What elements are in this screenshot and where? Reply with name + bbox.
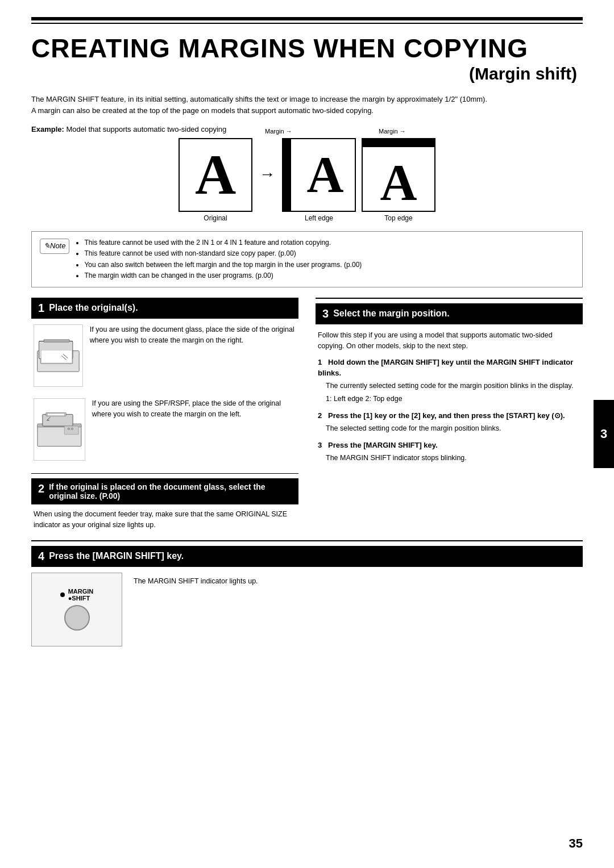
step3-number: 3 — [322, 307, 329, 320]
note-list: This feature cannot be used with the 2 I… — [75, 237, 362, 281]
sub-step3-body: The MARGIN SHIFT indicator stops blinkin… — [326, 453, 580, 464]
intro-text: The MARGIN SHIFT feature, in its initial… — [31, 94, 583, 118]
note-content: This feature cannot be used with the 2 I… — [75, 237, 362, 281]
svg-point-15 — [68, 428, 70, 430]
top-border-thick — [31, 17, 583, 20]
sub-step1-body2: 1: Left edge 2: Top edge — [326, 394, 580, 404]
letter-a-original: A — [195, 147, 236, 203]
button-labels: MARGIN ●SHIFT — [68, 588, 94, 602]
step3-intro: Follow this step if you are using a mode… — [318, 330, 580, 352]
copier-image-2 — [34, 398, 85, 461]
sub-step1-title: Hold down the [MARGIN SHIFT] key until t… — [318, 358, 573, 378]
step2-number: 2 — [38, 482, 44, 495]
sub-step2-title: Press the [1] key or the [2] key, and th… — [328, 411, 565, 420]
letter-a-left: A — [302, 149, 344, 201]
diagram-section: A Original → Margin → A Left edge Margin… — [31, 138, 583, 222]
svg-point-16 — [71, 428, 73, 430]
step3-content: Follow this step if you are using a mode… — [316, 330, 583, 464]
sub-step1-header: 1 Hold down the [MARGIN SHIFT] key until… — [318, 357, 580, 379]
left-edge-label: Left edge — [305, 214, 333, 222]
note-item-1: This feature cannot be used with the 2 I… — [84, 237, 362, 248]
step4-number: 4 — [38, 550, 44, 563]
note-item-2: This feature cannot be used with non-sta… — [84, 248, 362, 259]
led-dot — [60, 592, 65, 597]
sub-step1-body1: The currently selected setting code for … — [326, 381, 580, 391]
step3-title: Select the margin position. — [333, 308, 449, 319]
step2-title: If the original is placed on the documen… — [49, 482, 292, 500]
note-box: ✎Note This feature cannot be used with t… — [31, 231, 583, 287]
step2-header: 2 If the original is placed on the docum… — [31, 478, 298, 504]
step4-header: 4 Press the [MARGIN SHIFT] key. — [31, 546, 583, 567]
arrow-original-to-left: → — [259, 165, 275, 195]
step4-body: The MARGIN SHIFT indicator lights up. — [134, 573, 258, 587]
step1-row1: If you are using the document glass, pla… — [34, 324, 296, 393]
note-item-3: You can also switch between the left mar… — [84, 260, 362, 270]
sub-step3-header: 3 Press the [MARGIN SHIFT] key. — [318, 440, 580, 451]
button-circle — [64, 605, 90, 631]
svg-rect-14 — [64, 426, 78, 435]
note-item-4: The margin width can be changed in the u… — [84, 270, 362, 281]
example-bold: Example: — [31, 125, 64, 133]
sub-step-2: 2 Press the [1] key or the [2] key, and … — [318, 410, 580, 434]
svg-rect-6 — [41, 350, 72, 363]
sub-step2-body: The selected setting code for the margin… — [326, 423, 580, 434]
step1-title: Place the original(s). — [49, 303, 138, 313]
diagram-box-top-edge: A — [362, 138, 435, 212]
example-desc: Model that supports automatic two-sided … — [66, 125, 226, 133]
step1-text2: If you are using the SPF/RSPF, place the… — [92, 398, 296, 466]
diagram-original: A Original — [179, 138, 252, 222]
sub-step2-num: 2 — [318, 411, 322, 420]
original-label: Original — [204, 214, 227, 222]
step1-content: If you are using the document glass, pla… — [31, 324, 298, 466]
diagram-box-original: A — [179, 138, 252, 212]
step2-body: When using the document feeder tray, mak… — [31, 509, 298, 531]
step4-content: MARGIN ●SHIFT The MARGIN SHIFT indicator… — [31, 573, 583, 646]
content-grid: 1 Place the original(s). — [31, 298, 583, 531]
step1-row2: If you are using the SPF/RSPF, place the… — [34, 398, 296, 466]
button-text-group: MARGIN ●SHIFT — [60, 588, 94, 602]
right-col-inner: 3 Select the margin position. Follow thi… — [316, 298, 583, 464]
step4-title: Press the [MARGIN SHIFT] key. — [49, 551, 184, 561]
sub-step-3: 3 Press the [MARGIN SHIFT] key. The MARG… — [318, 440, 580, 464]
copier-image-1 — [34, 324, 83, 387]
button-label2: ●SHIFT — [68, 595, 94, 602]
sub-step3-num: 3 — [318, 441, 322, 449]
margin-arrow-top: Margin → — [379, 128, 406, 135]
copier-svg-2 — [34, 399, 85, 460]
sub-step1-num: 1 — [318, 358, 322, 366]
margin-shift-button-image: MARGIN ●SHIFT — [31, 573, 122, 646]
right-column: 3 Select the margin position. Follow thi… — [316, 298, 583, 531]
step2-container: 2 If the original is placed on the docum… — [31, 473, 298, 531]
top-edge-label: Top edge — [384, 214, 412, 222]
svg-rect-13 — [48, 414, 65, 416]
margin-arrow-left: Margin → — [265, 128, 292, 135]
left-column: 1 Place the original(s). — [31, 298, 298, 531]
step1-header: 1 Place the original(s). — [31, 298, 298, 319]
right-tab: 3 — [594, 400, 614, 468]
step4-body-text: The MARGIN SHIFT indicator lights up. — [134, 577, 258, 585]
diagram-left-edge: Margin → A Left edge — [282, 138, 356, 222]
example-label: Example: Model that supports automatic t… — [31, 125, 583, 133]
sub-step2-header: 2 Press the [1] key or the [2] key, and … — [318, 410, 580, 422]
intro-line2: A margin can also be created at the top … — [31, 106, 374, 115]
button-label1: MARGIN — [68, 588, 94, 595]
diagram-box-left-edge: A — [282, 138, 356, 212]
page: CREATING MARGINS WHEN COPYING (Margin sh… — [0, 0, 614, 868]
step3-header: 3 Select the margin position. — [316, 303, 583, 324]
note-icon: ✎Note — [40, 239, 69, 254]
step1-number: 1 — [38, 302, 44, 315]
step1-text1: If you are using the document glass, pla… — [90, 324, 296, 393]
main-title: CREATING MARGINS WHEN COPYING — [31, 34, 583, 63]
step4-section: 4 Press the [MARGIN SHIFT] key. MARGIN ●… — [31, 540, 583, 646]
copier-svg-1 — [34, 325, 82, 386]
top-border-thin — [31, 23, 583, 24]
intro-line1: The MARGIN SHIFT feature, in its initial… — [31, 95, 487, 103]
sub-title: (Margin shift) — [31, 64, 583, 84]
page-number: 35 — [569, 836, 583, 851]
diagram-top-edge: Margin → A Top edge — [362, 138, 435, 222]
sub-step3-title: Press the [MARGIN SHIFT] key. — [328, 441, 438, 449]
sub-step-1: 1 Hold down the [MARGIN SHIFT] key until… — [318, 357, 580, 405]
letter-a-top: A — [380, 157, 417, 208]
